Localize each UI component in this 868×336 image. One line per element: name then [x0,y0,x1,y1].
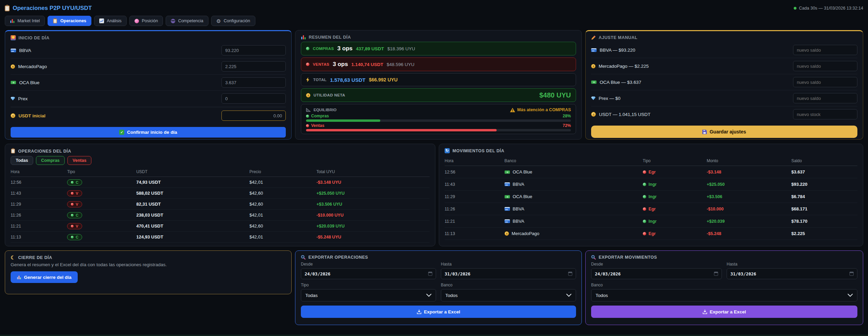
hasta-date-input[interactable]: 31/03/2026 [441,268,576,279]
tab-market-intel[interactable]: Market Intel [5,16,45,26]
search-icon [591,255,596,260]
movimiento-row: 11:13 MercadoPago Egr -$5.248 $2.225 [445,228,857,240]
hasta-label: Hasta [441,262,576,267]
op-usdt: 588,02 USDT [136,191,249,196]
ajuste-label: MercadoPago — $2.225 [599,64,649,69]
tab-competencia[interactable]: Competencia [166,16,208,26]
bar-chart-icon [17,275,21,280]
banknote-icon [505,195,510,198]
op-precio: $42,01 [250,180,317,185]
money-bag-icon [306,93,310,98]
op-total: -$3.148 UYU [316,180,429,185]
ventas-usdt: 1.140,74 USDT [352,62,383,67]
coin-icon [591,112,596,117]
oca-blue-nuevo-saldo-input[interactable] [793,77,857,87]
hasta-date-input[interactable]: 31/03/2026 [727,268,857,279]
tab-operaciones[interactable]: Operaciones [48,16,91,26]
tab-posicion[interactable]: Posición [129,16,163,26]
filter-todas[interactable]: Todas [11,156,33,165]
ventas-label: VENTAS [313,62,329,66]
filter-ventas[interactable]: Ventas [67,156,91,165]
ajuste-label: OCA Blue — $3.637 [600,80,641,85]
prex-nuevo-saldo-input[interactable] [793,93,857,103]
op-precio: $42,60 [250,202,317,207]
total-usdt: 1.578,63 USDT [330,77,365,83]
compras-usdt: 437,89 USDT [356,46,384,51]
filter-compras[interactable]: Compras [36,156,65,165]
compras-summary: COMPRAS 3 ops 437,89 USDT $18.396 UYU [301,42,576,55]
mov-banco: BBVA [513,182,524,187]
chevron-down-icon [566,294,572,297]
generar-cierre-button[interactable]: Generar cierre del día [11,271,78,283]
guardar-ajustes-button[interactable]: Guardar ajustes [591,126,857,138]
panel-exportar-operaciones: EXPORTAR OPERACIONES Desde 24/03/2026 Ha… [295,250,582,325]
compras-uyu: $18.396 UYU [387,46,415,51]
calendar-icon [714,272,718,276]
save-button-label: Guardar ajustes [710,129,746,134]
ajuste-label: BBVA — $93.220 [600,48,635,53]
bank-name: BBVA [19,48,31,53]
movimientos-table-header: Hora Banco Tipo Monto Saldo [445,157,857,166]
compras-bar-fill [306,119,380,122]
tab-analisis[interactable]: Análisis [94,16,127,26]
mercadopago-nuevo-saldo-input[interactable] [793,61,857,71]
bank-row-mercadopago: MercadoPago [11,59,286,75]
panel-title: EXPORTAR OPERACIONES [301,255,576,260]
banco-select[interactable]: Todos [441,289,576,301]
tab-label: Posición [142,18,158,23]
op-total: +$3.506 UYU [316,202,429,207]
online-dot-icon [794,7,796,10]
tipo-select[interactable]: Todas [301,289,436,301]
bank-row-oca-blue: OCA Blue [11,75,286,91]
panel-operaciones-del-dia: OPERACIONES DEL DÍA Todas Compras Ventas… [5,144,435,246]
desde-label: Desde [591,262,722,267]
desde-date-input[interactable]: 24/03/2026 [591,268,722,279]
equilibrio-alert-text: Más atención a COMPRAS [517,107,571,112]
money-bag-icon [11,64,15,69]
mov-banco: OCA Blue [513,169,532,175]
banco-selected-value: Todos [596,293,608,298]
prex-saldo-input[interactable] [221,93,286,104]
exportar-operaciones-excel-button[interactable]: Exportar a Excel [301,306,576,318]
mercadopago-saldo-input[interactable] [221,61,286,72]
confirmar-inicio-button[interactable]: ✓ Confirmar inicio de día [11,127,286,138]
bbva-saldo-input[interactable] [221,45,286,55]
compras-pct: 28% [563,114,571,118]
compra-badge: C [67,212,82,218]
panel-title: ☾ CIERRE DE DÍA [11,255,286,260]
banknote-icon [505,170,510,174]
tab-configuracion[interactable]: ⚙ Configuración [211,16,255,26]
compras-bar-track [306,119,571,122]
brain-icon [135,19,139,23]
green-dot-icon [71,236,74,238]
exportar-movimientos-excel-button[interactable]: Exportar a Excel [591,306,857,318]
chart-increasing-icon [99,18,104,23]
equilibrio-box: EQUILIBRIO Más atención a COMPRAS Compra… [301,104,576,134]
total-uyu: $66.992 UYU [369,77,398,82]
red-dot-icon [643,232,646,235]
oca-blue-saldo-input[interactable] [221,77,286,88]
desde-date-input[interactable]: 24/03/2026 [301,268,436,279]
panel-title-text: CIERRE DE DÍA [18,255,52,260]
mov-tipo: Ingr [649,194,657,199]
mov-saldo: $6.784 [791,194,857,199]
bank-row-prex: Prex [11,91,286,107]
bbva-nuevo-saldo-input[interactable] [793,45,857,55]
operacion-row: 11:21 V 470,41 USDT $42,60 +$20.039 UYU [11,221,430,232]
banco-select[interactable]: Todos [591,289,857,301]
mov-tipo: Egr [649,170,656,175]
mov-tipo: Egr [649,231,656,236]
op-precio: $42,60 [250,223,317,229]
ventas-bar-track [306,129,571,131]
op-precio: $42,60 [250,191,317,196]
usdt-nuevo-stock-input[interactable] [793,109,857,119]
operacion-row: 12:56 C 74,93 USDT $42,01 -$3.148 UYU [11,177,430,188]
mov-monto: +$25.050 [707,182,791,187]
panel-exportar-movimientos: EXPORTAR MOVIMIENTOS Desde 24/03/2026 Ha… [585,250,863,325]
nav-tabs: Market Intel Operaciones Análisis Posici… [5,16,863,26]
refresh-status-text: Cada 30s — 31/03/2026 13:32:14 [799,6,863,11]
green-dot-icon [643,220,646,223]
calendar-icon [568,272,572,276]
usdt-inicial-input[interactable] [221,111,286,121]
confirm-button-label: Confirmar inicio de día [127,130,177,135]
